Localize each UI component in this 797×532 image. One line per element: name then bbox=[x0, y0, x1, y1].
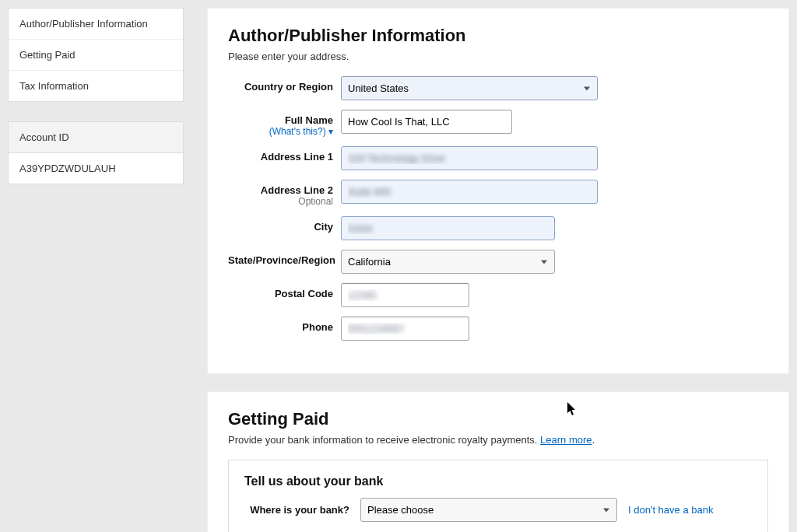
address1-input[interactable] bbox=[341, 146, 598, 170]
full-name-label: Full Name bbox=[285, 114, 333, 126]
no-bank-link[interactable]: I don't have a bank bbox=[628, 504, 713, 516]
where-bank-label: Where is your bank? bbox=[244, 504, 349, 516]
phone-label: Phone bbox=[228, 317, 341, 333]
postal-label: Postal Code bbox=[228, 283, 341, 299]
learn-more-link[interactable]: Learn more bbox=[540, 434, 592, 446]
author-publisher-title: Author/Publisher Information bbox=[228, 26, 768, 46]
getting-paid-title: Getting Paid bbox=[228, 409, 768, 429]
author-publisher-subtitle: Please enter your address. bbox=[228, 51, 768, 62]
chevron-down-icon: ▾ bbox=[328, 126, 333, 137]
phone-input[interactable] bbox=[341, 317, 469, 341]
country-select[interactable]: United States bbox=[341, 76, 598, 100]
address1-label: Address Line 1 bbox=[228, 146, 341, 163]
bank-location-select[interactable]: Please choose bbox=[360, 498, 617, 522]
sidebar-item-getting-paid[interactable]: Getting Paid bbox=[9, 40, 183, 71]
state-select[interactable]: California bbox=[341, 250, 555, 274]
author-publisher-panel: Author/Publisher Information Please ente… bbox=[207, 8, 789, 374]
address2-label: Address Line 2 bbox=[261, 184, 333, 196]
address2-input[interactable] bbox=[341, 180, 598, 204]
bank-info-box: Tell us about your bank Where is your ba… bbox=[228, 460, 768, 532]
sidebar-item-author-publisher[interactable]: Author/Publisher Information bbox=[9, 9, 183, 40]
state-label: State/Province/Region bbox=[228, 250, 341, 266]
city-input[interactable] bbox=[341, 216, 555, 240]
optional-label: Optional bbox=[228, 196, 333, 207]
getting-paid-subtitle: Provide your bank information to receive… bbox=[228, 434, 768, 446]
city-label: City bbox=[228, 216, 341, 233]
sidebar-account: Account ID A39YPDZWDULAUH bbox=[8, 121, 184, 184]
sidebar-nav: Author/Publisher Information Getting Pai… bbox=[8, 8, 184, 102]
postal-input[interactable] bbox=[341, 283, 469, 307]
account-id-value: A39YPDZWDULAUH bbox=[9, 153, 183, 184]
country-label: Country or Region bbox=[228, 76, 341, 93]
full-name-input[interactable] bbox=[341, 110, 512, 134]
sidebar-item-tax-information[interactable]: Tax Information bbox=[9, 71, 183, 101]
getting-paid-panel: Getting Paid Provide your bank informati… bbox=[207, 391, 789, 532]
bank-heading: Tell us about your bank bbox=[244, 474, 752, 488]
whats-this-link[interactable]: (What's this?) ▾ bbox=[228, 126, 333, 137]
account-id-label: Account ID bbox=[9, 122, 183, 153]
